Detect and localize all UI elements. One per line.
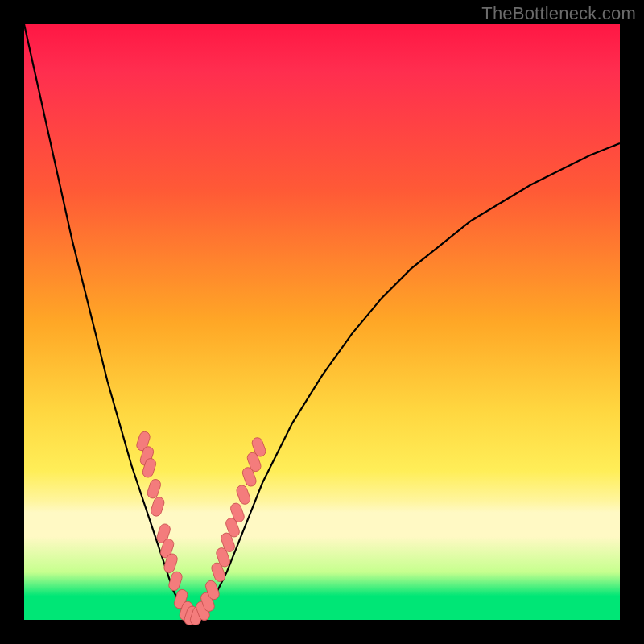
curve-group (24, 24, 620, 617)
outer-black-frame: TheBottleneck.com (0, 0, 644, 644)
data-marker (146, 478, 162, 500)
data-marker (235, 484, 251, 506)
watermark-text: TheBottleneck.com (481, 3, 636, 24)
data-marker (150, 496, 166, 518)
data-marker (167, 570, 184, 592)
marker-group-right (195, 436, 267, 621)
marker-group-left (135, 431, 204, 627)
bottleneck-chart (24, 24, 620, 620)
bottleneck-curve-path (24, 24, 620, 617)
